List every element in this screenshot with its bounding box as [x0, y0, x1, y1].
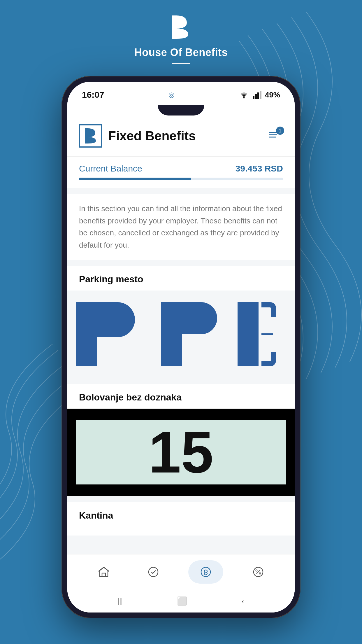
- brand-title: House Of Benefits: [134, 46, 228, 59]
- svg-point-11: [149, 567, 158, 577]
- scroll-content[interactable]: In this section you can find all the inf…: [67, 188, 295, 554]
- sick-inner: 15: [76, 420, 286, 484]
- phone-screen: 16:07 ◎ 49%: [67, 82, 295, 612]
- svg-rect-2: [253, 96, 254, 99]
- home-icon: [97, 566, 110, 578]
- notch-area: [67, 105, 295, 116]
- balance-bar-fill: [79, 178, 191, 180]
- svg-point-16: [259, 573, 261, 574]
- status-bar: 16:07 ◎ 49%: [67, 82, 295, 105]
- back-button[interactable]: ‹: [242, 596, 244, 606]
- brand-logo-icon: [169, 14, 193, 44]
- app-header: Fixed Benefits 1: [67, 116, 295, 157]
- home-button[interactable]: ⬜: [177, 596, 187, 606]
- parking-p2: [161, 302, 217, 366]
- svg-rect-3: [255, 94, 257, 99]
- svg-rect-4: [257, 92, 259, 99]
- balance-row: Current Balance 39.453 RSD: [79, 164, 283, 174]
- kantina-title: Kantina: [67, 502, 295, 527]
- balance-value: 39.453 RSD: [236, 164, 283, 174]
- balance-bar: [79, 178, 283, 180]
- benefit-card-parking[interactable]: Parking mesto: [67, 266, 295, 378]
- app-title: Fixed Benefits: [108, 129, 267, 143]
- brand-divider: [172, 63, 190, 64]
- svg-point-15: [256, 570, 257, 571]
- sick-image: 15: [67, 409, 295, 496]
- bottom-nav: [67, 554, 295, 589]
- brand-header: House Of Benefits: [134, 14, 228, 64]
- benefit-card-sick[interactable]: Bolovanje bez doznaka 15: [67, 384, 295, 496]
- svg-point-1: [243, 97, 245, 99]
- phone-frame: 16:07 ◎ 49%: [61, 76, 301, 618]
- sick-number: 15: [149, 423, 213, 482]
- wifi-icon: [239, 91, 249, 99]
- status-icons: 49%: [239, 90, 280, 99]
- android-nav: ||| ⬜ ‹: [67, 589, 295, 612]
- battery-text: 49%: [265, 90, 280, 99]
- parking-image: [67, 290, 295, 378]
- parking-p-shape: [76, 302, 135, 366]
- nav-badge[interactable]: [139, 560, 168, 584]
- app-content: Fixed Benefits 1 Current Balance 39.453 …: [67, 116, 295, 612]
- signal-icon: [253, 91, 261, 99]
- svg-rect-10: [102, 573, 106, 577]
- svg-point-13: [204, 570, 207, 573]
- percent-icon: [252, 566, 265, 578]
- badge-icon: [147, 566, 160, 578]
- balance-label: Current Balance: [79, 164, 142, 174]
- svg-rect-6: [85, 128, 88, 144]
- benefit-card-kantina[interactable]: Kantina: [67, 502, 295, 536]
- notification-badge: 1: [276, 127, 284, 135]
- lock-icon: [199, 566, 212, 578]
- app-logo: [79, 124, 102, 148]
- notification-button[interactable]: 1: [267, 128, 283, 144]
- description-text: In this section you can find all the inf…: [79, 203, 283, 251]
- svg-rect-0: [172, 15, 176, 39]
- status-time: 16:07: [82, 90, 104, 100]
- nav-percent[interactable]: [244, 560, 273, 584]
- recent-apps-button[interactable]: |||: [118, 596, 123, 606]
- notch: [158, 105, 204, 116]
- nav-fixed[interactable]: [188, 560, 223, 584]
- parking-bracket: [238, 302, 276, 366]
- sick-title: Bolovanje bez doznaka: [67, 384, 295, 409]
- balance-section: Current Balance 39.453 RSD: [67, 157, 295, 188]
- parking-title: Parking mesto: [67, 266, 295, 290]
- nav-home[interactable]: [89, 560, 118, 584]
- svg-rect-5: [260, 91, 261, 99]
- navigator-indicator: ◎: [168, 91, 175, 99]
- description-section: In this section you can find all the inf…: [67, 194, 295, 260]
